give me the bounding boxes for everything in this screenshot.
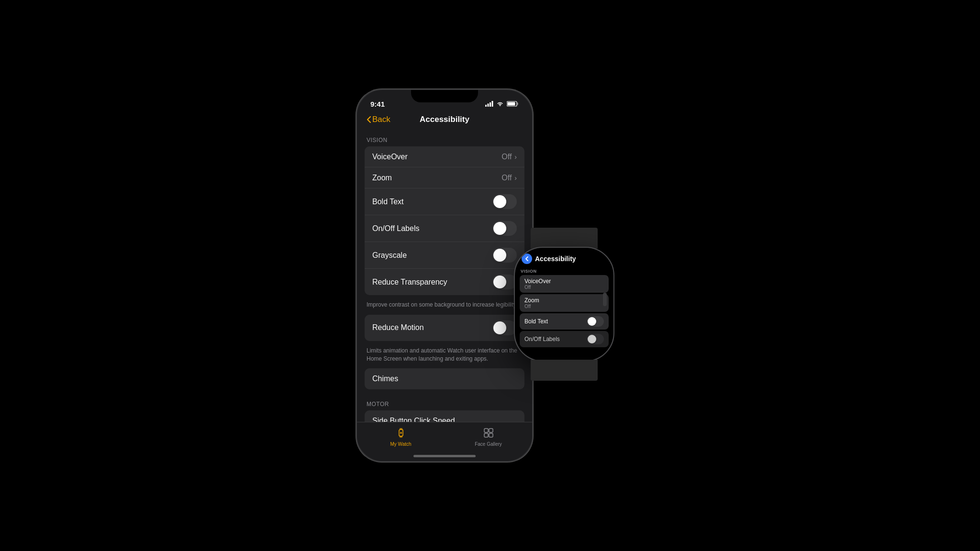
signal-bars-icon [485,101,493,107]
svg-rect-1 [488,104,489,107]
face-gallery-icon [482,426,495,440]
watch-onoff-labels-row[interactable]: On/Off Labels [520,331,609,347]
back-label: Back [372,115,390,124]
reduce-transparency-row[interactable]: Reduce Transparency [365,269,524,295]
svg-rect-0 [485,105,487,107]
voiceover-value: Off [501,153,512,161]
chevron-left-icon [367,116,371,123]
watch-voiceover-sub: Off [524,285,604,290]
nav-bar: Back Accessibility [357,111,532,128]
tab-bar: My Watch Face Gallery [357,422,532,461]
watch-zoom-row[interactable]: Zoom Off [520,294,609,312]
onoff-labels-label: On/Off Labels [372,224,419,233]
status-icons [485,101,519,107]
grayscale-row[interactable]: Grayscale [365,242,524,269]
watch-onoff-labels-toggle[interactable] [587,334,604,344]
svg-point-10 [400,432,402,434]
wifi-icon [496,101,504,107]
home-indicator [413,455,476,457]
back-button[interactable]: Back [367,115,390,124]
watch-onoff-labels-label: On/Off Labels [524,336,560,342]
watch-nav-title: Accessibility [535,255,576,263]
svg-rect-6 [508,102,515,106]
zoom-row[interactable]: Zoom Off › [365,167,524,188]
vision-list-group: VoiceOver Off › Zoom Off › Bold Text [365,146,524,295]
svg-rect-9 [400,436,402,438]
vision-section-header: VISION [357,128,532,146]
my-watch-tab-label: My Watch [390,441,411,447]
bold-text-row[interactable]: Bold Text [365,188,524,215]
watch-strap-bottom [531,360,598,381]
status-time: 9:41 [370,100,385,108]
watch-voiceover-title: VoiceOver [524,278,604,285]
onoff-labels-row[interactable]: On/Off Labels [365,215,524,242]
watch-bold-text-label: Bold Text [524,318,548,325]
my-watch-icon [394,426,408,440]
reduce-transparency-label: Reduce Transparency [372,278,447,287]
nav-title: Accessibility [420,115,469,124]
apple-watch-device: Accessibility VISION VoiceOver Off Zoom … [504,228,624,381]
watch-bold-text-row[interactable]: Bold Text [520,313,609,330]
svg-rect-3 [492,101,493,107]
watch-zoom-sub: Off [524,304,604,309]
zoom-value: Off [501,174,512,182]
svg-rect-11 [484,429,488,432]
chimes-list-group: Chimes [365,368,524,389]
watch-screen: Accessibility VISION VoiceOver Off Zoom … [515,248,613,361]
iphone-notch [411,90,478,102]
chimes-row[interactable]: Chimes [365,368,524,389]
zoom-chevron-icon: › [514,174,517,182]
watch-bold-text-toggle[interactable] [587,316,604,327]
watch-crown[interactable] [603,293,607,306]
reduce-motion-row[interactable]: Reduce Motion [365,315,524,341]
watch-nav: Accessibility [520,253,609,267]
tab-my-watch[interactable]: My Watch [357,426,445,447]
motion-list-group: Reduce Motion [365,315,524,341]
svg-rect-14 [489,433,493,437]
voiceover-chevron-icon: › [514,153,517,161]
grayscale-label: Grayscale [372,251,407,260]
watch-chevron-left-icon [525,256,529,262]
watch-voiceover-row[interactable]: VoiceOver Off [520,275,609,293]
voiceover-right: Off › [501,153,517,161]
face-gallery-tab-label: Face Gallery [475,441,502,447]
bold-text-toggle[interactable] [492,194,517,209]
svg-rect-2 [490,102,491,107]
watch-strap-top [531,228,598,249]
svg-rect-5 [517,103,519,105]
voiceover-row[interactable]: VoiceOver Off › [365,146,524,167]
svg-rect-8 [400,428,402,430]
voiceover-label: VoiceOver [372,153,408,161]
bold-text-label: Bold Text [372,198,404,206]
chimes-label: Chimes [372,375,398,383]
watch-back-button[interactable] [522,253,532,264]
zoom-right: Off › [501,174,517,182]
battery-icon [507,101,519,107]
motor-section-header: MOTOR [357,392,532,410]
watch-body: Accessibility VISION VoiceOver Off Zoom … [514,247,614,362]
svg-rect-13 [484,433,488,437]
reduce-motion-label: Reduce Motion [372,323,424,332]
watch-zoom-title: Zoom [524,297,604,304]
watch-vision-header: VISION [520,267,609,275]
tab-face-gallery[interactable]: Face Gallery [445,426,532,447]
zoom-label: Zoom [372,174,392,182]
svg-rect-12 [489,429,493,432]
